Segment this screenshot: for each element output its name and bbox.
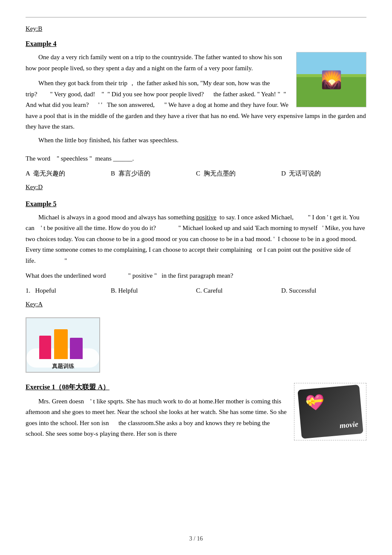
example4-option-b: B 寡言少语的	[111, 168, 196, 179]
example4-question: The word " speechless " means ______.	[26, 153, 366, 164]
exercise1-section: movie Exercise 1（08年大联盟 A） Mrs. Green do…	[26, 383, 366, 444]
key-b-label: Key:B	[26, 25, 366, 32]
example5-question: What does the underlined word " positive…	[26, 270, 366, 282]
underlined-positive: positive	[196, 214, 216, 221]
example5-title: Example 5	[26, 200, 366, 208]
page-number: 3 / 16	[189, 535, 203, 542]
building-2	[54, 329, 68, 359]
top-divider	[26, 17, 366, 17]
movie-text: movie	[339, 420, 359, 430]
example5-option-b: B. Helpful	[111, 285, 196, 296]
example5-para1: Michael is always in a good mood and alw…	[26, 212, 366, 267]
example4-option-d: D 无话可说的	[281, 168, 366, 179]
exercise1-content: movie Exercise 1（08年大联盟 A） Mrs. Green do…	[26, 383, 366, 444]
example5-option-c: C. Careful	[196, 285, 281, 296]
example5-option-1: 1. Hopeful	[26, 285, 111, 296]
example5-option-d: D. Successful	[281, 285, 366, 296]
movie-image: movie	[294, 383, 366, 440]
page-footer: 3 / 16	[0, 535, 392, 542]
key-a-label: Key:A	[26, 301, 366, 308]
example4-title: Example 4	[26, 40, 366, 48]
key-d-label: Key:D	[26, 184, 366, 191]
movie-card: movie	[297, 384, 363, 438]
example4-option-c: C 胸无点墨的	[196, 168, 281, 179]
building-3	[70, 338, 83, 359]
example4-content: One day a very rich family went on a tri…	[26, 52, 366, 150]
example4-section: Example 4 One day a very rich family wen…	[26, 40, 366, 191]
countryside-illustration	[297, 52, 366, 107]
example5-section: Example 5 Michael is always in a good mo…	[26, 200, 366, 308]
city-illustration: 真题训练	[26, 317, 100, 373]
building-1	[39, 336, 51, 359]
section-image-container: 真题训练	[26, 317, 366, 373]
example4-option-a: A 毫无兴趣的	[26, 168, 111, 179]
section-caption: 真题训练	[26, 362, 99, 370]
example5-options: 1. Hopeful B. Helpful C. Careful D. Succ…	[26, 285, 366, 296]
example4-image	[296, 52, 366, 107]
example4-para3: When the little boy finished, his father…	[26, 135, 366, 146]
example4-options: A 毫无兴趣的 B 寡言少语的 C 胸无点墨的 D 无话可说的	[26, 168, 366, 179]
